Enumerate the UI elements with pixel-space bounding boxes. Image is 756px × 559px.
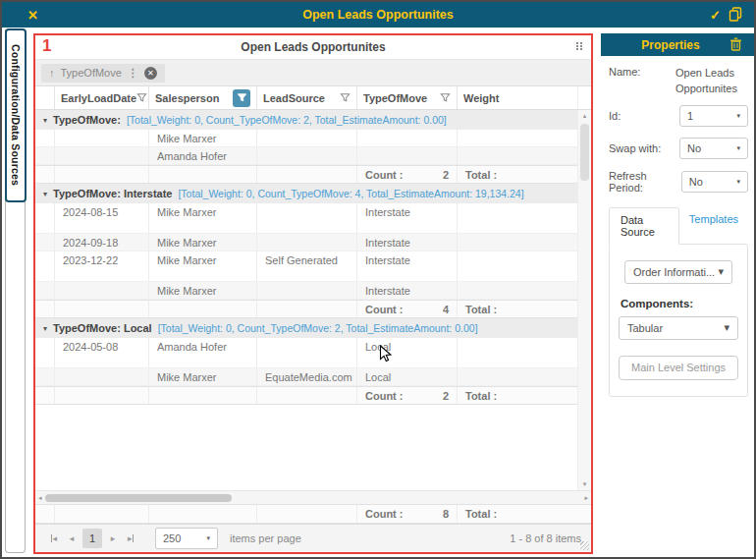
data-source-value: Order Informati... — [633, 266, 715, 278]
cell-leadsource — [257, 234, 357, 251]
collapse-icon[interactable]: ▾ — [43, 116, 47, 125]
column-header-leadsource[interactable]: LeadSource — [257, 86, 357, 109]
group-header-blank[interactable]: ▾ TypeOfMove: [Total_Weight: 0, Count_Ty… — [35, 110, 577, 130]
column-header-weight[interactable]: Weight — [458, 86, 577, 109]
group-chip-label: TypeOfMove — [61, 67, 122, 79]
cell-weight — [458, 282, 577, 299]
cell-leadsource — [257, 147, 357, 164]
footer-cell — [257, 387, 357, 404]
trash-icon[interactable] — [729, 37, 742, 53]
cell-salesperson: Mike Marxer — [149, 368, 257, 385]
table-row[interactable]: Mike Marxer — [35, 130, 577, 147]
scroll-right-icon[interactable]: ▸ — [584, 494, 588, 502]
tab-configuration-data-sources[interactable]: Configuration/Data Sources — [5, 28, 27, 202]
cell-typeofmove: Local — [357, 338, 458, 367]
footer-total-cell: Total : — [458, 387, 577, 404]
cell-indent — [35, 234, 55, 251]
grid-empty-area — [35, 405, 577, 490]
window-title-bar: ✕ Open Leads Opportunites ✓ — [2, 2, 754, 28]
cell-salesperson: Mike Marxer — [149, 234, 257, 251]
filter-icon[interactable] — [340, 92, 351, 103]
column-header-earlyloaddate[interactable]: EarlyLoadDate — [55, 86, 149, 109]
cell-indent — [35, 130, 55, 146]
group-summary: [Total_Weight: 0, Count_TypeOfMove: 2, T… — [158, 322, 478, 334]
grid-title: Open Leads Opportunites — [35, 40, 591, 54]
id-select[interactable]: 1 ▾ — [679, 105, 748, 127]
swap-with-select[interactable]: No ▾ — [679, 138, 748, 159]
filter-active-icon[interactable] — [233, 89, 250, 107]
column-header-typeofmove[interactable]: TypeOfMove — [357, 86, 458, 109]
scroll-left-icon[interactable]: ◂ — [38, 494, 42, 502]
previous-page-button[interactable]: ◂ — [63, 530, 81, 547]
scroll-down-icon[interactable]: ▾ — [583, 478, 587, 490]
group-chip-typeofmove[interactable]: ↑ TypeOfMove ⋮ ✕ — [41, 64, 165, 83]
name-value: Open Leads Opportunites — [675, 66, 748, 97]
table-row[interactable]: 2024-05-08 Amanda Hofer Local — [35, 338, 577, 368]
first-page-button[interactable]: ◂ — [45, 530, 63, 547]
footer-indent — [35, 387, 55, 404]
table-row[interactable]: 2024-08-15 Mike Marxer Interstate — [35, 203, 577, 234]
horizontal-scroll-thumb[interactable] — [45, 494, 232, 502]
refresh-period-select[interactable]: No ▾ — [681, 171, 748, 193]
window-title: Open Leads Opportunites — [2, 8, 754, 22]
table-row[interactable]: 2023-12-22 Mike Marxer Self Generated In… — [35, 252, 577, 282]
swap-with-value: No — [687, 142, 701, 154]
column-label: TypeOfMove — [363, 92, 427, 104]
group-summary: [Total_Weight: 0, Count_TypeOfMove: 2, T… — [127, 114, 447, 126]
footer-cell — [149, 166, 257, 183]
copy-icon[interactable] — [729, 7, 742, 24]
table-row[interactable]: 2024-09-18 Mike Marxer Interstate — [35, 234, 577, 252]
vertical-scrollbar[interactable]: ▴ ▾ — [577, 110, 591, 490]
grid-menu-icon[interactable] — [576, 42, 583, 50]
column-header-salesperson[interactable]: Salesperson — [149, 86, 257, 109]
grid-panel: 1 Open Leads Opportunites ↑ TypeOfMove ⋮… — [33, 33, 593, 554]
count-label: Count : — [365, 304, 403, 315]
last-page-button[interactable]: ▸ — [122, 530, 139, 547]
footer-cell — [149, 387, 257, 404]
collapse-icon[interactable]: ▾ — [43, 190, 47, 198]
caret-down-icon: ▾ — [736, 144, 740, 152]
filter-icon[interactable] — [440, 92, 451, 103]
group-header-interstate[interactable]: ▾ TypeOfMove: Interstate [Total_Weight: … — [35, 184, 577, 203]
scroll-up-icon[interactable]: ▴ — [583, 110, 587, 122]
footer-total-cell: Total : — [458, 166, 577, 183]
cell-leadsource — [257, 338, 357, 367]
main-level-settings-button[interactable]: Main Level Settings — [619, 356, 738, 380]
confirm-icon[interactable]: ✓ — [710, 8, 721, 23]
tab-templates[interactable]: Templates — [679, 207, 748, 244]
cell-leadsource — [257, 130, 357, 146]
horizontal-scrollbar[interactable]: ◂ ▸ — [35, 490, 591, 504]
cell-typeofmove: Interstate — [357, 252, 458, 281]
vertical-scroll-thumb[interactable] — [580, 124, 589, 181]
group-footer: Count : 2 Total : — [35, 386, 577, 405]
chip-remove-icon[interactable]: ✕ — [144, 67, 157, 80]
swap-with-label: Swap with: — [609, 142, 661, 154]
items-per-page-label: items per page — [230, 532, 301, 544]
current-page-button[interactable]: 1 — [82, 529, 102, 548]
cell-weight — [458, 252, 577, 281]
tab-data-source[interactable]: Data Source — [609, 207, 679, 245]
count-label: Count : — [365, 390, 403, 402]
data-source-select[interactable]: Order Informati... ▾ — [624, 260, 732, 284]
sort-asc-icon[interactable]: ↑ — [49, 67, 55, 79]
components-value: Tabular — [627, 322, 663, 334]
filter-icon[interactable] — [136, 92, 147, 103]
chip-menu-icon[interactable]: ⋮ — [128, 67, 138, 80]
group-header-local[interactable]: ▾ TypeOfMove: Local [Total_Weight: 0, Co… — [35, 318, 577, 338]
table-row[interactable]: Mike Marxer EquateMedia.com Local — [35, 368, 577, 386]
components-select[interactable]: Tabular ▾ — [619, 316, 738, 340]
page-size-select[interactable]: 250 ▾ — [155, 528, 218, 549]
count-label: Count : — [365, 169, 403, 181]
footer-indent — [35, 505, 55, 523]
cell-salesperson: Mike Marxer — [149, 203, 257, 233]
table-row[interactable]: Mike Marxer Interstate — [35, 282, 577, 300]
footer-count-cell: Count : 2 — [357, 166, 458, 183]
footer-cell — [55, 387, 149, 404]
next-page-button[interactable]: ▸ — [104, 530, 122, 547]
pager-bar: ◂ ◂ 1 ▸ ▸ 250 ▾ items per page 1 - 8 of … — [35, 524, 591, 552]
table-row[interactable]: Amanda Hofer — [35, 147, 577, 165]
footer-cell — [149, 301, 257, 317]
collapse-icon[interactable]: ▾ — [43, 324, 47, 333]
resize-grip-icon[interactable] — [580, 541, 589, 550]
count-value: 8 — [443, 508, 449, 520]
